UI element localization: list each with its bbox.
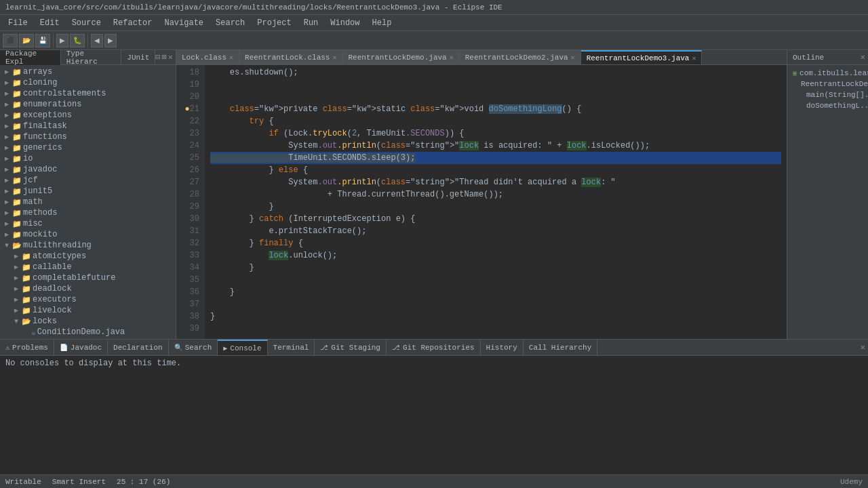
editor-tab-2[interactable]: ReentrantLockDemo.java✕ bbox=[343, 50, 460, 65]
code-line[interactable]: } bbox=[210, 310, 781, 323]
menu-window[interactable]: Window bbox=[325, 17, 365, 29]
code-line[interactable]: TimeUnit.SECONDS.sleep(3); bbox=[210, 152, 781, 164]
outline-dosomething-method[interactable]: doSomethingL... bbox=[790, 100, 865, 111]
toolbar-back[interactable]: ◀ bbox=[91, 34, 103, 47]
code-line[interactable]: try { bbox=[210, 115, 781, 127]
code-line[interactable] bbox=[210, 91, 781, 103]
tree-item[interactable]: ▼📂locks bbox=[0, 316, 176, 327]
tab-close-4[interactable]: ✕ bbox=[692, 54, 696, 62]
tree-item[interactable]: ▶📁finaltask bbox=[0, 121, 176, 131]
toolbar-new[interactable]: ⬛ bbox=[3, 34, 18, 47]
code-line[interactable] bbox=[210, 274, 781, 286]
outline-main-method[interactable]: main(String[]... bbox=[790, 89, 865, 100]
tab-search-label: Search bbox=[185, 344, 212, 352]
tree-item[interactable]: ▶📁junit5 bbox=[0, 186, 176, 197]
tree-item[interactable]: ▶📁arrays bbox=[0, 66, 176, 77]
tree-item[interactable]: ▶📁math bbox=[0, 197, 176, 207]
code-line[interactable]: } catch (InterruptedException e) { bbox=[210, 213, 781, 225]
tree-item[interactable]: ▶📁jcf bbox=[0, 175, 176, 186]
tab-history[interactable]: History bbox=[481, 340, 524, 356]
tab-javadoc[interactable]: 📄 Javadoc bbox=[54, 340, 108, 356]
left-panel-minimize[interactable]: ⊟ bbox=[155, 52, 160, 62]
tree-item[interactable]: ☕ConditionDemo.java bbox=[0, 327, 176, 338]
code-line[interactable] bbox=[210, 79, 781, 91]
tree-item[interactable]: ▶📁functions bbox=[0, 131, 176, 142]
tab-close-3[interactable]: ✕ bbox=[571, 54, 575, 62]
tree-item[interactable]: ▶📁cloning bbox=[0, 77, 176, 88]
toolbar-debug[interactable]: 🐛 bbox=[70, 34, 85, 47]
tree-item[interactable]: ▶📁controlstatements bbox=[0, 88, 176, 99]
tab-call-hierarchy[interactable]: Call Hierarchy bbox=[524, 340, 597, 356]
outline-class[interactable]: ReentrantLockDe bbox=[790, 79, 865, 89]
tab-close-1[interactable]: ✕ bbox=[332, 54, 336, 62]
tree-item[interactable]: ▶📁mockito bbox=[0, 229, 176, 240]
code-line[interactable] bbox=[210, 323, 781, 335]
left-panel-maximize[interactable]: ⊠ bbox=[162, 52, 167, 62]
tree-item[interactable]: ▶📁livelock bbox=[0, 305, 176, 316]
tree-item[interactable]: ▶📁methods bbox=[0, 207, 176, 218]
code-line[interactable]: } else { bbox=[210, 164, 781, 176]
tab-problems[interactable]: ⚠ Problems bbox=[0, 340, 54, 356]
code-line[interactable]: es.shutdown(); bbox=[210, 66, 781, 79]
toolbar-save[interactable]: 💾 bbox=[35, 34, 50, 47]
bottom-panel-close[interactable]: ✕ bbox=[861, 342, 865, 352]
toolbar-run[interactable]: ▶ bbox=[56, 34, 68, 47]
editor-tab-0[interactable]: Lock.class✕ bbox=[176, 50, 239, 65]
code-line[interactable]: } finally { bbox=[210, 237, 781, 249]
outline-package[interactable]: ▣ com.itbulls.learn bbox=[790, 68, 865, 79]
code-line[interactable]: } bbox=[210, 201, 781, 213]
tab-package-explorer[interactable]: Package Expl bbox=[0, 50, 61, 65]
tab-close-2[interactable]: ✕ bbox=[450, 54, 454, 62]
menu-edit[interactable]: Edit bbox=[35, 17, 65, 29]
menu-project[interactable]: Project bbox=[252, 17, 296, 29]
tab-git-staging[interactable]: ⎇ Git Staging bbox=[315, 340, 387, 356]
tree-item[interactable]: ▶📁completablefuture bbox=[0, 272, 176, 283]
menu-navigate[interactable]: Navigate bbox=[159, 17, 209, 29]
code-line[interactable]: e.printStackTrace(); bbox=[210, 225, 781, 237]
outline-close[interactable]: ✕ bbox=[861, 52, 865, 62]
menu-refactor[interactable]: Refactor bbox=[108, 17, 158, 29]
tree-item[interactable]: ▶📁deadlock bbox=[0, 283, 176, 294]
tree-item[interactable]: ▶📁callable bbox=[0, 262, 176, 272]
menu-search[interactable]: Search bbox=[210, 17, 250, 29]
toolbar-forward[interactable]: ▶ bbox=[104, 34, 117, 47]
tree-item[interactable]: ▶📁enumerations bbox=[0, 99, 176, 110]
code-line[interactable]: class="kw">private class="kw">static cla… bbox=[210, 103, 781, 115]
tab-junit[interactable]: JUnit bbox=[121, 50, 155, 65]
editor-tab-4[interactable]: ReentrantLockDemo3.java✕ bbox=[581, 50, 703, 65]
tab-outline[interactable]: Outline bbox=[787, 50, 829, 65]
tree-item[interactable]: ▶📁io bbox=[0, 153, 176, 164]
editor-tab-3[interactable]: ReentrantLockDemo2.java✕ bbox=[460, 50, 581, 65]
tree-item[interactable]: ▼📂multithreading bbox=[0, 240, 176, 251]
tree-item[interactable]: ▶📁atomictypes bbox=[0, 251, 176, 262]
code-line[interactable]: } bbox=[210, 286, 781, 298]
tree-item[interactable]: ▶📁executors bbox=[0, 294, 176, 305]
code-line[interactable]: System.out.println(class="string">"lock … bbox=[210, 140, 781, 152]
tab-type-hierarchy[interactable]: Type Hierarc bbox=[61, 50, 122, 65]
code-line[interactable]: System.out.println(class="string">"Threa… bbox=[210, 176, 781, 188]
tree-item[interactable]: ▶📁exceptions bbox=[0, 110, 176, 121]
menu-file[interactable]: File bbox=[3, 17, 33, 29]
toolbar-open[interactable]: 📂 bbox=[19, 34, 34, 47]
left-panel-close[interactable]: ✕ bbox=[168, 52, 173, 62]
code-editor[interactable]: es.shutdown(); class="kw">private class=… bbox=[205, 65, 787, 339]
code-line[interactable] bbox=[210, 298, 781, 310]
tab-terminal[interactable]: Terminal bbox=[268, 340, 315, 356]
tree-item[interactable]: ▶📁javadoc bbox=[0, 164, 176, 175]
tree-item[interactable]: ▶📁generics bbox=[0, 142, 176, 153]
code-line[interactable]: if (Lock.tryLock(2, TimeUnit.SECONDS)) { bbox=[210, 127, 781, 140]
code-line[interactable]: } bbox=[210, 262, 781, 274]
tree-item[interactable]: ▶📁misc bbox=[0, 218, 176, 229]
tab-search[interactable]: 🔍 Search bbox=[169, 340, 218, 356]
code-line[interactable]: + Thread.currentThread().getName()); bbox=[210, 188, 781, 201]
editor-tab-1[interactable]: ReentrantLock.class✕ bbox=[239, 50, 342, 65]
menu-source[interactable]: Source bbox=[66, 17, 106, 29]
tab-git-repositories[interactable]: ⎇ Git Repositories bbox=[387, 340, 481, 356]
tab-declaration[interactable]: Declaration bbox=[108, 340, 169, 356]
tab-console[interactable]: ▶ Console bbox=[218, 340, 267, 356]
menu-run[interactable]: Run bbox=[298, 17, 324, 29]
editor-content[interactable]: 181920●212223242526272829303132333435363… bbox=[176, 65, 787, 339]
tab-close-0[interactable]: ✕ bbox=[229, 54, 233, 62]
menu-help[interactable]: Help bbox=[367, 17, 397, 29]
code-line[interactable]: lock.unlock(); bbox=[210, 249, 781, 262]
